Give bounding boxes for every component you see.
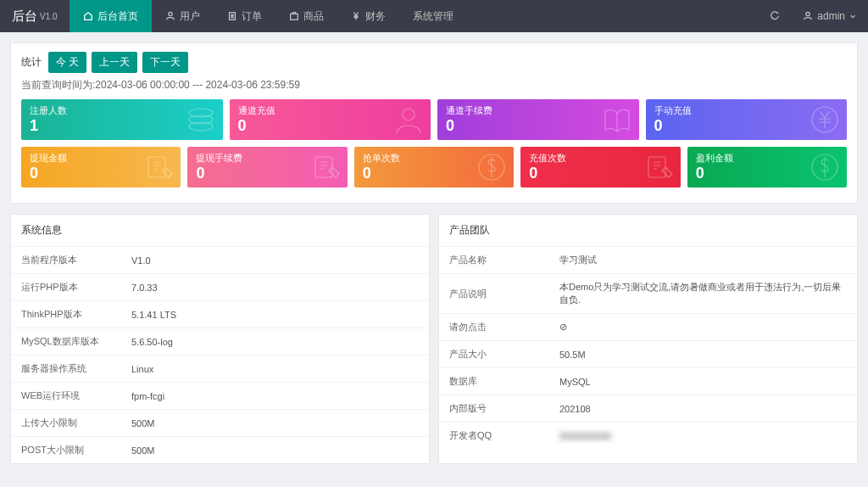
- row-value: 500M: [121, 410, 429, 437]
- time-range-text: 当前查询时间为:2024-03-06 00:00:00 --- 2024-03-…: [21, 78, 847, 92]
- row-key: 开发者QQ: [439, 423, 549, 450]
- table-row: 内部版号202108: [439, 395, 857, 423]
- system-info-panel: 系统信息 当前程序版本V1.0运行PHP版本7.0.33ThinkPHP版本5.…: [10, 214, 430, 464]
- row-value: 学习测试: [549, 247, 857, 274]
- row-value: 7.0.33: [121, 274, 429, 301]
- table-row: MySQL数据库版本5.6.50-log: [11, 328, 429, 355]
- row-value: V1.0: [121, 247, 429, 274]
- stat-button-2[interactable]: 下一天: [142, 52, 188, 73]
- brand: 后台 V1.0: [0, 0, 70, 32]
- stat-card: 注册人数1: [21, 99, 223, 140]
- stat-filter-row: 统计 今 天上一天下一天: [21, 52, 847, 73]
- stat-button-0[interactable]: 今 天: [48, 52, 86, 73]
- row-key: 运行PHP版本: [11, 274, 121, 301]
- layers-icon: [186, 104, 216, 135]
- row-value: 本Demo只为学习测试交流,请勿暑做商业或者用于违法行为,一切后果自负.: [549, 274, 857, 314]
- nav-label: 用户: [180, 9, 200, 24]
- table-row: 产品大小50.5M: [439, 341, 857, 368]
- nav-item-0[interactable]: 后台首页: [70, 0, 152, 32]
- brand-name: 后台: [12, 8, 37, 25]
- row-value: 5.6.50-log: [121, 328, 429, 355]
- table-row: ThinkPHP版本5.1.41 LTS: [11, 301, 429, 328]
- row-value: 202108: [549, 395, 857, 423]
- row-value: ⊘: [549, 314, 857, 341]
- product-team-title: 产品团队: [439, 215, 857, 247]
- stats-cards-row-1: 注册人数1通道充值0通道手续费0手动充值0: [21, 99, 847, 140]
- row-key: MySQL数据库版本: [11, 328, 121, 355]
- stat-card: 提现手续费0: [187, 147, 347, 188]
- yen-icon: [351, 11, 361, 21]
- person-icon: [393, 104, 424, 135]
- goods-icon: [289, 11, 299, 21]
- user-name: admin: [817, 10, 845, 22]
- table-row: 数据库MySQL: [439, 368, 857, 395]
- nav-label: 财务: [365, 9, 386, 24]
- stats-cards-row-2: 提现金额0提现手续费0抢单次数0充值次数0盈利金额0: [21, 147, 847, 188]
- page-content: 统计 今 天上一天下一天 当前查询时间为:2024-03-06 00:00:00…: [0, 32, 868, 474]
- yen-circle-icon: [810, 104, 840, 135]
- system-info-table: 当前程序版本V1.0运行PHP版本7.0.33ThinkPHP版本5.1.41 …: [11, 247, 429, 463]
- stat-card: 手动充值0: [646, 99, 848, 140]
- user-icon: [165, 11, 175, 21]
- product-team-table: 产品名称学习测试产品说明本Demo只为学习测试交流,请勿暑做商业或者用于违法行为…: [439, 247, 857, 449]
- stat-label: 统计: [21, 55, 42, 70]
- user-menu[interactable]: admin: [791, 0, 868, 32]
- row-value: MySQL: [549, 368, 857, 395]
- stat-card: 盈利金额0: [687, 147, 847, 188]
- top-navbar: 后台 V1.0 后台首页用户订单商品财务系统管理 admin: [0, 0, 868, 32]
- nav-item-2[interactable]: 订单: [214, 0, 275, 32]
- row-key: 产品说明: [439, 274, 549, 314]
- product-team-panel: 产品团队 产品名称学习测试产品说明本Demo只为学习测试交流,请勿暑做商业或者用…: [438, 214, 858, 464]
- home-icon: [83, 11, 93, 21]
- table-row: 产品名称学习测试: [439, 247, 857, 274]
- row-key: WEB运行环境: [11, 383, 121, 410]
- user-icon: [803, 11, 813, 21]
- table-row: 服务器操作系统Linux: [11, 355, 429, 383]
- nav-label: 商品: [303, 9, 324, 24]
- stat-card: 抢单次数0: [354, 147, 514, 188]
- dollar-icon: [810, 152, 840, 182]
- row-key: 内部版号: [439, 395, 549, 423]
- table-row: 运行PHP版本7.0.33: [11, 274, 429, 301]
- edit-icon: [143, 152, 174, 182]
- table-row: 上传大小限制500M: [11, 410, 429, 437]
- row-value: 500M: [121, 437, 429, 464]
- row-key: 服务器操作系统: [11, 355, 121, 383]
- table-row: 产品说明本Demo只为学习测试交流,请勿暑做商业或者用于违法行为,一切后果自负.: [439, 274, 857, 314]
- row-key: 上传大小限制: [11, 410, 121, 437]
- table-row: POST大小限制500M: [11, 437, 429, 464]
- row-key: 数据库: [439, 368, 549, 395]
- row-key: POST大小限制: [11, 437, 121, 464]
- nav-item-5[interactable]: 系统管理: [399, 0, 467, 32]
- refresh-button[interactable]: [759, 0, 791, 32]
- row-value: 0000000000: [549, 423, 857, 450]
- nav-item-4[interactable]: 财务: [337, 0, 399, 32]
- stat-button-1[interactable]: 上一天: [92, 52, 137, 73]
- dashboard-panel: 统计 今 天上一天下一天 当前查询时间为:2024-03-06 00:00:00…: [10, 42, 858, 204]
- row-key: 产品大小: [439, 341, 549, 368]
- stat-card: 通道手续费0: [437, 99, 639, 140]
- nav-item-1[interactable]: 用户: [152, 0, 214, 32]
- dollar-icon: [476, 152, 507, 182]
- main-nav: 后台首页用户订单商品财务系统管理: [70, 0, 467, 32]
- book-icon: [602, 104, 632, 135]
- edit-icon: [310, 152, 341, 182]
- stat-card: 充值次数0: [520, 147, 680, 188]
- table-row: WEB运行环境fpm-fcgi: [11, 383, 429, 410]
- table-row: 开发者QQ0000000000: [439, 423, 857, 450]
- order-icon: [227, 11, 237, 21]
- nav-right: admin: [759, 0, 868, 32]
- row-value: Linux: [121, 355, 429, 383]
- row-value: fpm-fcgi: [121, 383, 429, 410]
- chevron-down-icon: [849, 13, 856, 20]
- table-row: 当前程序版本V1.0: [11, 247, 429, 274]
- edit-icon: [643, 152, 674, 182]
- info-columns: 系统信息 当前程序版本V1.0运行PHP版本7.0.33ThinkPHP版本5.…: [10, 214, 858, 464]
- system-info-title: 系统信息: [11, 215, 429, 247]
- row-key: 产品名称: [439, 247, 549, 274]
- nav-label: 后台首页: [97, 9, 138, 24]
- row-key: 当前程序版本: [11, 247, 121, 274]
- row-key: ThinkPHP版本: [11, 301, 121, 328]
- nav-item-3[interactable]: 商品: [275, 0, 337, 32]
- stat-card: 提现金额0: [21, 147, 181, 188]
